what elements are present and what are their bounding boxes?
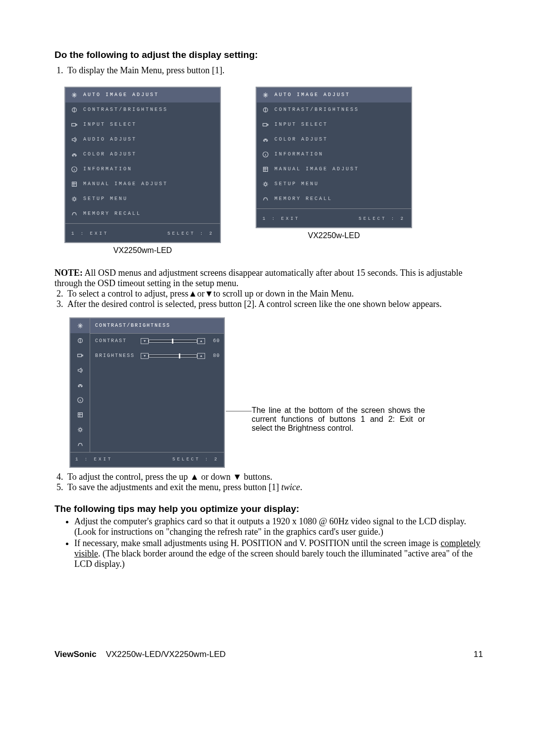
- image-adjust-icon[interactable]: [70, 407, 90, 422]
- slider[interactable]: ▼ ▲: [141, 353, 205, 358]
- info-circle-icon[interactable]: [70, 393, 90, 407]
- osd-control-title: CONTRAST/BRIGHTNESS: [90, 318, 224, 334]
- control-row[interactable]: CONTRAST ▼ ▲ 60: [90, 334, 224, 349]
- gear-icon: [69, 196, 79, 202]
- step-5a: To save the adjustments and exit the men…: [67, 482, 281, 492]
- osd-item[interactable]: MEMORY RECALL: [257, 192, 411, 206]
- osd-footer-select: SELECT : 2: [359, 217, 405, 221]
- osd-item[interactable]: COLOR ADJUST: [257, 132, 411, 147]
- osd-item[interactable]: COLOR ADJUST: [65, 147, 220, 162]
- steps-list-2: To select a control to adjust, press▲or▼…: [54, 289, 483, 309]
- osd-footer-exit: 1 : EXIT: [263, 217, 300, 221]
- osd-main-menu-b: AUTO IMAGE ADJUST CONTRAST/BRIGHTNESS IN…: [256, 87, 412, 228]
- osd-footer: 1 : EXIT SELECT : 2: [257, 211, 411, 227]
- osd-item[interactable]: MEMORY RECALL: [65, 206, 220, 221]
- note-label: NOTE:: [54, 268, 83, 278]
- osd-item[interactable]: AUTO IMAGE ADJUST: [257, 88, 411, 102]
- osd-item[interactable]: SETUP MENU: [65, 192, 220, 206]
- gear-icon: [261, 181, 270, 188]
- osd-screenshots-row: AUTO IMAGE ADJUST CONTRAST/BRIGHTNESS IN…: [64, 87, 483, 255]
- osd-item-label: CONTRAST/BRIGHTNESS: [83, 107, 168, 112]
- brightness-contrast-icon[interactable]: [70, 333, 90, 348]
- memory-recall-icon[interactable]: [70, 437, 90, 452]
- osd-item-label: MANUAL IMAGE ADJUST: [274, 167, 359, 172]
- osd-item[interactable]: CONTRAST/BRIGHTNESS: [65, 102, 220, 117]
- tip-1: Adjust the computer's graphics card so t…: [74, 516, 466, 537]
- osd-item-label: MANUAL IMAGE ADJUST: [83, 182, 168, 187]
- osd-item-label: INPUT SELECT: [274, 122, 328, 127]
- image-adjust-icon: [69, 181, 79, 188]
- palette-icon[interactable]: [70, 378, 90, 393]
- tip-2c: . (The black border around the edge of t…: [74, 549, 473, 569]
- steps-list-3: To adjust the control, press the up ▲ or…: [54, 472, 483, 493]
- osd-control-row: CONTRAST/BRIGHTNESS CONTRAST ▼ ▲ 60 BRIG…: [54, 309, 483, 472]
- osd-item-label: SETUP MENU: [274, 182, 319, 187]
- input-port-icon: [261, 121, 270, 128]
- osd-item-label: AUTO IMAGE ADJUST: [83, 93, 159, 98]
- osd-item[interactable]: MANUAL IMAGE ADJUST: [65, 177, 220, 192]
- callout-text: The line at the bottom of the screen sho…: [252, 406, 425, 433]
- osd-control-screen: CONTRAST/BRIGHTNESS CONTRAST ▼ ▲ 60 BRIG…: [69, 317, 225, 468]
- osd-item-label: COLOR ADJUST: [83, 152, 137, 157]
- osd-caption: VX2250wm-LED: [64, 246, 221, 255]
- step-1: To display the Main Menu, press button […: [67, 65, 224, 75]
- control-label: BRIGHTNESS: [95, 353, 138, 358]
- gear-icon[interactable]: [70, 422, 90, 437]
- control-row[interactable]: BRIGHTNESS ▼ ▲ 80: [90, 349, 224, 363]
- section-heading: Do the following to adjust the display s…: [54, 50, 483, 60]
- step-3: After the desired control is selected, p…: [67, 299, 442, 309]
- up-button-icon[interactable]: ▲: [197, 338, 205, 344]
- osd-item[interactable]: INFORMATION: [65, 162, 220, 177]
- osd-item-label: CONTRAST/BRIGHTNESS: [274, 107, 359, 112]
- osd-icon-rail: [70, 318, 90, 452]
- callout-connector-line: [226, 411, 252, 433]
- osd-item[interactable]: AUTO IMAGE ADJUST: [65, 88, 220, 102]
- osd-footer-select: SELECT : 2: [172, 457, 219, 462]
- speaker-icon[interactable]: [70, 363, 90, 378]
- osd-caption: VX2250w-LED: [256, 231, 412, 240]
- page-footer: ViewSonic VX2250w-LED/VX2250wm-LED 11: [54, 650, 483, 659]
- footer-model: VX2250w-LED/VX2250wm-LED: [106, 650, 226, 659]
- control-value: 80: [208, 353, 220, 358]
- palette-icon: [69, 151, 79, 158]
- speaker-icon: [69, 136, 79, 143]
- note-text: All OSD menus and adjustment screens dis…: [54, 268, 463, 288]
- step-5b: twice: [281, 482, 300, 492]
- osd-item[interactable]: AUDIO ADJUST: [65, 132, 220, 147]
- osd-footer-select: SELECT : 2: [167, 232, 214, 236]
- osd-item[interactable]: INPUT SELECT: [65, 117, 220, 132]
- down-button-icon[interactable]: ▼: [141, 338, 149, 344]
- osd-item-label: INFORMATION: [83, 167, 132, 172]
- osd-item[interactable]: INPUT SELECT: [257, 117, 411, 132]
- osd-item[interactable]: CONTRAST/BRIGHTNESS: [257, 102, 411, 117]
- osd-item-label: AUTO IMAGE ADJUST: [274, 93, 350, 98]
- up-button-icon[interactable]: ▲: [197, 353, 205, 359]
- osd-item-label: MEMORY RECALL: [274, 197, 332, 202]
- osd-footer: 1 : EXIT SELECT : 2: [70, 452, 224, 467]
- memory-recall-icon: [69, 210, 79, 217]
- brightness-contrast-icon: [261, 106, 270, 113]
- slider[interactable]: ▼ ▲: [141, 339, 205, 344]
- arrows-expand-icon: [69, 92, 79, 99]
- input-port-icon[interactable]: [70, 348, 90, 363]
- control-label: CONTRAST: [95, 339, 138, 344]
- osd-item-label: INFORMATION: [274, 152, 323, 157]
- osd-main-menu-a: AUTO IMAGE ADJUST CONTRAST/BRIGHTNESS IN…: [64, 87, 221, 243]
- osd-item-label: SETUP MENU: [83, 197, 128, 202]
- arrows-expand-icon: [261, 92, 270, 99]
- tips-list: Adjust the computer's graphics card so t…: [54, 516, 483, 570]
- down-button-icon[interactable]: ▼: [141, 353, 149, 359]
- footer-brand: ViewSonic: [54, 650, 97, 659]
- osd-item[interactable]: INFORMATION: [257, 147, 411, 162]
- osd-footer-exit: 1 : EXIT: [71, 232, 108, 236]
- osd-item[interactable]: MANUAL IMAGE ADJUST: [257, 162, 411, 177]
- osd-item-label: COLOR ADJUST: [274, 137, 328, 142]
- tips-heading: The following tips may help you optimize…: [54, 504, 483, 514]
- info-circle-icon: [261, 151, 270, 158]
- arrows-expand-icon[interactable]: [70, 318, 90, 333]
- osd-footer: 1 : EXIT SELECT : 2: [65, 226, 220, 242]
- memory-recall-icon: [261, 196, 270, 202]
- osd-item-label: INPUT SELECT: [83, 122, 137, 127]
- osd-item-label: MEMORY RECALL: [83, 211, 141, 216]
- osd-item[interactable]: SETUP MENU: [257, 177, 411, 192]
